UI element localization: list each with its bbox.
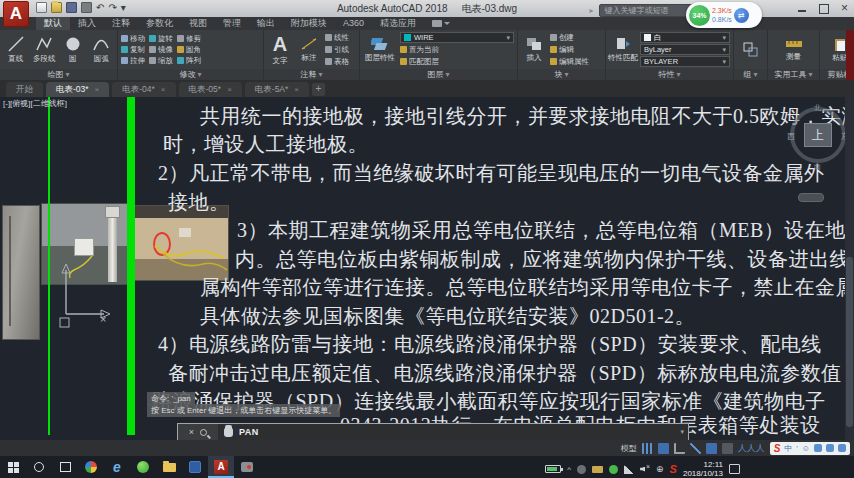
browser-360-button[interactable]	[130, 456, 156, 478]
start-button[interactable]	[0, 456, 26, 478]
polar-tracking-icon[interactable]	[690, 443, 701, 454]
edit-attributes-tool[interactable]: 编辑属性	[550, 56, 589, 67]
grid-toggle-icon[interactable]	[642, 443, 653, 454]
viewcube-north[interactable]: 北	[814, 103, 821, 113]
file-explorer-button[interactable]	[156, 456, 182, 478]
panel-label-layers[interactable]: 图层	[360, 69, 517, 80]
tab-manage[interactable]: 管理	[215, 17, 249, 30]
panel-label-draw[interactable]: 绘图	[0, 69, 117, 80]
layer-select[interactable]: WIRE ▾	[400, 32, 514, 43]
trim-tool[interactable]: 修剪	[177, 33, 201, 44]
close-button[interactable]: ×	[839, 3, 850, 14]
command-line-bar[interactable]: × PAN ▾	[177, 423, 689, 440]
tab-insert[interactable]: 插入	[70, 17, 104, 30]
panel-label-properties[interactable]: 特性	[606, 69, 733, 80]
panel-label-block[interactable]: 块	[518, 69, 605, 80]
command-recent-caret-icon[interactable]: ▾	[680, 428, 684, 436]
match-properties-tool[interactable]: 特性匹配	[609, 36, 637, 63]
viewcube[interactable]: 北 南 西 东 上	[786, 105, 850, 171]
search-collapse-icon[interactable]: ▸	[589, 6, 593, 15]
tray-app-icon[interactable]	[577, 465, 586, 474]
punctuation-toggle[interactable]: '	[796, 444, 798, 453]
cad-text-line[interactable]: 属构件等部位等进行连接。总等电位联结均采用等电位卡子，禁止在金属管	[200, 274, 854, 301]
cortana-search-button[interactable]	[26, 456, 52, 478]
tab-a360[interactable]: A360	[335, 17, 372, 30]
maximize-button[interactable]	[818, 3, 829, 14]
network-icon[interactable]	[624, 465, 634, 474]
cad-green-line-thin[interactable]	[48, 97, 50, 435]
file-tab-dianbiao03[interactable]: 电表-03*×	[46, 82, 109, 97]
snap-toggle-icon[interactable]	[658, 443, 669, 454]
file-tab-start[interactable]: 开始	[6, 82, 43, 97]
file-tab-dianbiao5a[interactable]: 电表-5A*×	[245, 82, 309, 97]
tab-addins[interactable]: 附加模块	[283, 17, 335, 30]
drawing-canvas[interactable]: [-][俯视][二维线框] ×	[0, 97, 854, 440]
emoji-icon[interactable]: ☺	[802, 444, 810, 453]
linear-dim-tool[interactable]: 线性	[325, 32, 349, 43]
scale-tool[interactable]: 缩放	[149, 55, 173, 66]
hidden-icons-chevron[interactable]: ^	[567, 465, 571, 474]
command-close-icon[interactable]: ×	[189, 427, 194, 437]
mirror-tool[interactable]: 镜像	[149, 44, 173, 55]
model-space-button[interactable]: 模型	[621, 443, 637, 454]
performance-recorder-icon[interactable]	[430, 17, 452, 30]
tab-output[interactable]: 输出	[249, 17, 283, 30]
blue-app-button[interactable]	[182, 456, 208, 478]
measure-tool[interactable]: 测量	[781, 37, 807, 62]
vertical-scrollbar[interactable]	[845, 97, 854, 440]
panel-label-utilities[interactable]: 实用工具	[768, 69, 819, 80]
tab-featured-apps[interactable]: 精选应用	[372, 17, 424, 30]
tray-folder-icon[interactable]	[592, 466, 603, 473]
toolbox-icon[interactable]	[838, 444, 846, 452]
taskbar-clock[interactable]: 12:11 2018/10/13	[683, 460, 723, 478]
sogou-logo-icon[interactable]: S	[774, 443, 781, 454]
volume-muted-icon[interactable]	[640, 465, 650, 474]
cad-green-line-thick[interactable]	[127, 97, 135, 435]
cad-text-line[interactable]: 时，增设人工接地极。	[163, 131, 368, 158]
copy-tool[interactable]: 复制	[121, 44, 145, 55]
tab-view[interactable]: 视图	[181, 17, 215, 30]
text-tool[interactable]: A 文字	[267, 33, 293, 66]
autocad-taskbar-button[interactable]: A	[208, 456, 234, 478]
rotate-tool[interactable]: 旋转	[149, 33, 173, 44]
site-photo-column[interactable]	[2, 205, 40, 340]
tab-parametric[interactable]: 参数化	[138, 17, 181, 30]
cad-text-line[interactable]: 内。总等电位板由紫铜板制成，应将建筑物内保护干线、设备进出线总管、	[235, 246, 854, 273]
line-tool[interactable]: 直线	[3, 35, 29, 64]
fillet-tool[interactable]: 圆角	[177, 44, 201, 55]
move-tool[interactable]: 移动	[121, 33, 145, 44]
navigation-bar-collapsed[interactable]	[798, 193, 824, 202]
keyboard-icon[interactable]	[826, 444, 834, 452]
input-language-toggle[interactable]: 中	[784, 443, 792, 454]
cad-text-line[interactable]: 3）本期工程建筑物采用总等电位联结，总等电位箱（MEB）设在地下一层	[237, 217, 854, 244]
memory-percent-badge[interactable]: 34%	[689, 5, 710, 26]
scrollbar-thumb[interactable]	[846, 257, 853, 427]
cad-text-line[interactable]: 具体做法参见国标图集《等电位联结安装》02D501-2。	[200, 303, 695, 330]
minimize-button[interactable]	[797, 3, 808, 14]
lineweight-select[interactable]: BYLAYER ▾	[640, 56, 730, 67]
annotation-scale-icons[interactable]: 人人人	[738, 443, 765, 454]
tab-annotate[interactable]: 注释	[104, 17, 138, 30]
viewcube-top-face[interactable]: 上	[804, 123, 832, 147]
new-drawing-tab-button[interactable]: +	[312, 83, 325, 96]
panel-label-group[interactable]: 组	[734, 69, 767, 80]
lineweight-toggle-icon[interactable]	[722, 443, 733, 454]
tray-360-icon[interactable]	[609, 465, 618, 474]
set-current-layer-tool[interactable]: 置为当前	[400, 44, 514, 55]
sogou-tray-icon[interactable]: S	[670, 463, 677, 475]
speed-ball-overlay[interactable]: 34% 2.3K/s 0.8K/s ⇄	[686, 2, 762, 28]
cad-text-line[interactable]: 接地。	[168, 189, 230, 216]
stretch-tool[interactable]: 拉伸	[121, 55, 145, 66]
active-command[interactable]: PAN	[239, 427, 259, 437]
file-tab-dianbiao04[interactable]: 电表-04*×	[112, 82, 175, 97]
tab-close-icon[interactable]: ×	[294, 82, 299, 97]
osnap-toggle-icon[interactable]	[706, 443, 717, 454]
layer-properties-tool[interactable]: 图层特性	[363, 36, 397, 63]
cad-text-line[interactable]: 备耐冲击过电压额定值、电源线路浪涌保护器（SPD）标称放电电流参数值	[168, 360, 842, 387]
tab-close-icon[interactable]: ×	[161, 82, 166, 97]
battery-icon[interactable]	[545, 465, 561, 473]
action-center-icon[interactable]	[729, 464, 740, 474]
edit-block-tool[interactable]: 编辑	[550, 44, 589, 55]
viewcube-south[interactable]: 南	[814, 162, 821, 172]
linetype-select[interactable]: ByLayer ▾	[640, 44, 730, 55]
